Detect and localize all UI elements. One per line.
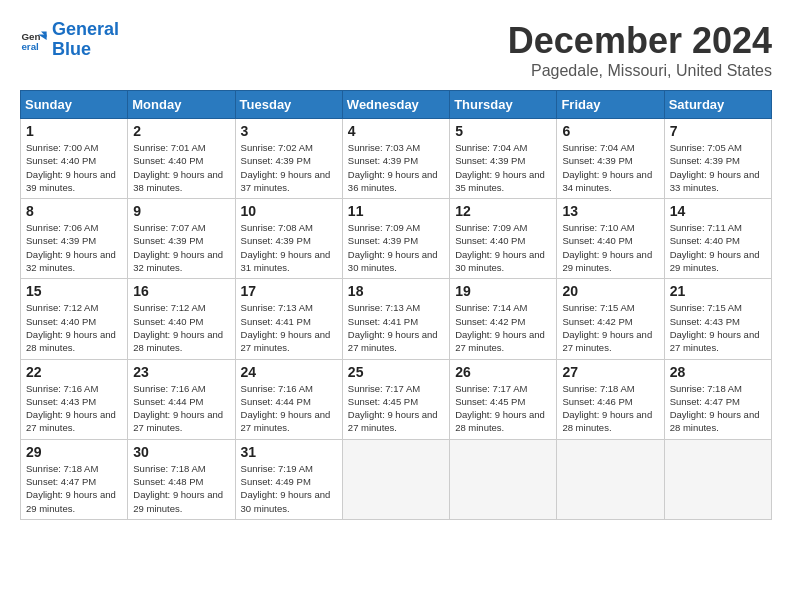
day-detail: Sunrise: 7:07 AMSunset: 4:39 PMDaylight:… (133, 221, 229, 274)
day-number: 4 (348, 123, 444, 139)
weekday-header-monday: Monday (128, 91, 235, 119)
day-number: 24 (241, 364, 337, 380)
logo: Gen eral General Blue (20, 20, 119, 60)
day-number: 25 (348, 364, 444, 380)
day-detail: Sunrise: 7:19 AMSunset: 4:49 PMDaylight:… (241, 462, 337, 515)
day-number: 14 (670, 203, 766, 219)
day-detail: Sunrise: 7:01 AMSunset: 4:40 PMDaylight:… (133, 141, 229, 194)
logo-text-line2: Blue (52, 40, 119, 60)
day-detail: Sunrise: 7:00 AMSunset: 4:40 PMDaylight:… (26, 141, 122, 194)
calendar-cell: 26Sunrise: 7:17 AMSunset: 4:45 PMDayligh… (450, 359, 557, 439)
day-number: 23 (133, 364, 229, 380)
logo-text-line1: General (52, 20, 119, 40)
calendar-cell: 5Sunrise: 7:04 AMSunset: 4:39 PMDaylight… (450, 119, 557, 199)
day-number: 13 (562, 203, 658, 219)
calendar-cell: 16Sunrise: 7:12 AMSunset: 4:40 PMDayligh… (128, 279, 235, 359)
logo-icon: Gen eral (20, 26, 48, 54)
calendar-cell: 22Sunrise: 7:16 AMSunset: 4:43 PMDayligh… (21, 359, 128, 439)
day-number: 22 (26, 364, 122, 380)
calendar-cell: 6Sunrise: 7:04 AMSunset: 4:39 PMDaylight… (557, 119, 664, 199)
day-detail: Sunrise: 7:04 AMSunset: 4:39 PMDaylight:… (455, 141, 551, 194)
svg-text:eral: eral (21, 41, 39, 52)
day-detail: Sunrise: 7:12 AMSunset: 4:40 PMDaylight:… (26, 301, 122, 354)
calendar-cell: 17Sunrise: 7:13 AMSunset: 4:41 PMDayligh… (235, 279, 342, 359)
calendar-table: SundayMondayTuesdayWednesdayThursdayFrid… (20, 90, 772, 520)
day-detail: Sunrise: 7:15 AMSunset: 4:43 PMDaylight:… (670, 301, 766, 354)
location: Pagedale, Missouri, United States (508, 62, 772, 80)
day-number: 26 (455, 364, 551, 380)
weekday-header-row: SundayMondayTuesdayWednesdayThursdayFrid… (21, 91, 772, 119)
page-header: Gen eral General Blue December 2024 Page… (20, 20, 772, 80)
day-number: 27 (562, 364, 658, 380)
calendar-cell: 10Sunrise: 7:08 AMSunset: 4:39 PMDayligh… (235, 199, 342, 279)
day-detail: Sunrise: 7:17 AMSunset: 4:45 PMDaylight:… (348, 382, 444, 435)
calendar-cell: 7Sunrise: 7:05 AMSunset: 4:39 PMDaylight… (664, 119, 771, 199)
day-number: 29 (26, 444, 122, 460)
calendar-cell: 8Sunrise: 7:06 AMSunset: 4:39 PMDaylight… (21, 199, 128, 279)
day-detail: Sunrise: 7:04 AMSunset: 4:39 PMDaylight:… (562, 141, 658, 194)
day-detail: Sunrise: 7:11 AMSunset: 4:40 PMDaylight:… (670, 221, 766, 274)
weekday-header-saturday: Saturday (664, 91, 771, 119)
calendar-cell: 19Sunrise: 7:14 AMSunset: 4:42 PMDayligh… (450, 279, 557, 359)
calendar-cell: 11Sunrise: 7:09 AMSunset: 4:39 PMDayligh… (342, 199, 449, 279)
day-number: 20 (562, 283, 658, 299)
calendar-cell: 27Sunrise: 7:18 AMSunset: 4:46 PMDayligh… (557, 359, 664, 439)
calendar-cell: 1Sunrise: 7:00 AMSunset: 4:40 PMDaylight… (21, 119, 128, 199)
calendar-cell (450, 439, 557, 519)
day-detail: Sunrise: 7:16 AMSunset: 4:44 PMDaylight:… (241, 382, 337, 435)
day-detail: Sunrise: 7:16 AMSunset: 4:43 PMDaylight:… (26, 382, 122, 435)
day-detail: Sunrise: 7:18 AMSunset: 4:47 PMDaylight:… (670, 382, 766, 435)
weekday-header-wednesday: Wednesday (342, 91, 449, 119)
calendar-cell: 30Sunrise: 7:18 AMSunset: 4:48 PMDayligh… (128, 439, 235, 519)
weekday-header-tuesday: Tuesday (235, 91, 342, 119)
weekday-header-friday: Friday (557, 91, 664, 119)
calendar-cell: 12Sunrise: 7:09 AMSunset: 4:40 PMDayligh… (450, 199, 557, 279)
day-detail: Sunrise: 7:16 AMSunset: 4:44 PMDaylight:… (133, 382, 229, 435)
day-number: 2 (133, 123, 229, 139)
day-number: 17 (241, 283, 337, 299)
calendar-cell: 18Sunrise: 7:13 AMSunset: 4:41 PMDayligh… (342, 279, 449, 359)
day-number: 1 (26, 123, 122, 139)
month-title: December 2024 (508, 20, 772, 62)
day-number: 15 (26, 283, 122, 299)
day-detail: Sunrise: 7:06 AMSunset: 4:39 PMDaylight:… (26, 221, 122, 274)
calendar-cell: 20Sunrise: 7:15 AMSunset: 4:42 PMDayligh… (557, 279, 664, 359)
day-detail: Sunrise: 7:03 AMSunset: 4:39 PMDaylight:… (348, 141, 444, 194)
weekday-header-sunday: Sunday (21, 91, 128, 119)
day-detail: Sunrise: 7:13 AMSunset: 4:41 PMDaylight:… (348, 301, 444, 354)
day-detail: Sunrise: 7:02 AMSunset: 4:39 PMDaylight:… (241, 141, 337, 194)
day-detail: Sunrise: 7:13 AMSunset: 4:41 PMDaylight:… (241, 301, 337, 354)
calendar-cell: 15Sunrise: 7:12 AMSunset: 4:40 PMDayligh… (21, 279, 128, 359)
day-detail: Sunrise: 7:18 AMSunset: 4:48 PMDaylight:… (133, 462, 229, 515)
calendar-cell: 31Sunrise: 7:19 AMSunset: 4:49 PMDayligh… (235, 439, 342, 519)
calendar-cell: 4Sunrise: 7:03 AMSunset: 4:39 PMDaylight… (342, 119, 449, 199)
day-number: 9 (133, 203, 229, 219)
day-detail: Sunrise: 7:15 AMSunset: 4:42 PMDaylight:… (562, 301, 658, 354)
day-number: 16 (133, 283, 229, 299)
day-number: 28 (670, 364, 766, 380)
calendar-cell: 9Sunrise: 7:07 AMSunset: 4:39 PMDaylight… (128, 199, 235, 279)
day-detail: Sunrise: 7:10 AMSunset: 4:40 PMDaylight:… (562, 221, 658, 274)
day-number: 3 (241, 123, 337, 139)
calendar-cell: 21Sunrise: 7:15 AMSunset: 4:43 PMDayligh… (664, 279, 771, 359)
day-detail: Sunrise: 7:05 AMSunset: 4:39 PMDaylight:… (670, 141, 766, 194)
calendar-cell: 24Sunrise: 7:16 AMSunset: 4:44 PMDayligh… (235, 359, 342, 439)
day-number: 19 (455, 283, 551, 299)
calendar-cell: 3Sunrise: 7:02 AMSunset: 4:39 PMDaylight… (235, 119, 342, 199)
day-number: 7 (670, 123, 766, 139)
day-detail: Sunrise: 7:18 AMSunset: 4:47 PMDaylight:… (26, 462, 122, 515)
day-detail: Sunrise: 7:14 AMSunset: 4:42 PMDaylight:… (455, 301, 551, 354)
day-number: 10 (241, 203, 337, 219)
day-number: 21 (670, 283, 766, 299)
calendar-cell (557, 439, 664, 519)
day-number: 5 (455, 123, 551, 139)
calendar-cell (342, 439, 449, 519)
day-detail: Sunrise: 7:09 AMSunset: 4:40 PMDaylight:… (455, 221, 551, 274)
calendar-cell: 2Sunrise: 7:01 AMSunset: 4:40 PMDaylight… (128, 119, 235, 199)
day-detail: Sunrise: 7:08 AMSunset: 4:39 PMDaylight:… (241, 221, 337, 274)
day-number: 31 (241, 444, 337, 460)
calendar-cell: 28Sunrise: 7:18 AMSunset: 4:47 PMDayligh… (664, 359, 771, 439)
day-number: 11 (348, 203, 444, 219)
day-number: 18 (348, 283, 444, 299)
day-number: 30 (133, 444, 229, 460)
